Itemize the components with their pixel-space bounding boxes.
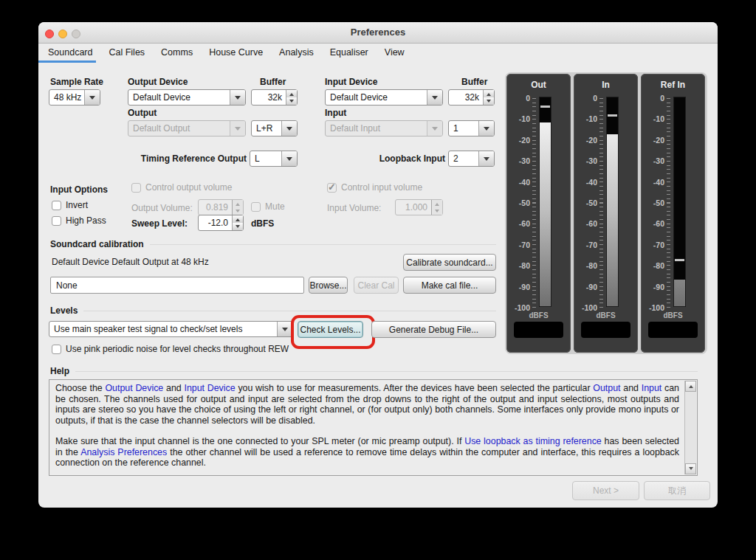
- spin-down-icon[interactable]: [233, 223, 243, 230]
- output-channel-select[interactable]: L+R: [251, 120, 298, 136]
- output-volume-label: Output Volume:: [131, 203, 193, 213]
- peak-marker: [675, 259, 684, 261]
- spin-down-icon[interactable]: [484, 97, 494, 105]
- next-button: Next >: [572, 481, 639, 500]
- timing-ref-label: Timing Reference Output: [141, 153, 247, 164]
- output-buffer-spinner[interactable]: 32k: [251, 89, 298, 106]
- meter-out: Out 0-10-20-30-40-50-60-70-80-90-100 dBF…: [506, 74, 571, 353]
- tab-house-curve[interactable]: House Curve: [201, 43, 271, 63]
- input-buffer-spinner[interactable]: 32k: [448, 89, 495, 106]
- sample-rate-label: Sample Rate: [50, 77, 103, 87]
- cancel-button: 取消: [644, 481, 710, 500]
- sample-rate-select[interactable]: 48 kHz: [49, 89, 100, 106]
- help-link[interactable]: Input: [642, 383, 662, 393]
- meter-in: In 0-10-20-30-40-50-60-70-80-90-100 dBFS: [574, 74, 638, 353]
- output-device-select[interactable]: Default Device: [128, 89, 246, 106]
- help-box: Choose the Output Device and Input Devic…: [49, 379, 698, 476]
- chevron-down-icon: [230, 121, 245, 136]
- input-volume-label: Input Volume:: [327, 203, 381, 213]
- meter-ticks: [532, 98, 536, 308]
- input-device-label: Input Device: [325, 77, 377, 87]
- scroll-up-icon[interactable]: [685, 381, 696, 392]
- pink-noise-checkbox[interactable]: Use pink periodic noise for level checks…: [52, 344, 289, 354]
- chevron-down-icon: [277, 322, 292, 336]
- spin-up-icon: [233, 200, 243, 207]
- loopback-select[interactable]: 2: [448, 151, 495, 167]
- level-meters-panel: Out 0-10-20-30-40-50-60-70-80-90-100 dBF…: [505, 72, 707, 354]
- meter-bar: [539, 97, 551, 307]
- invert-checkbox[interactable]: Invert: [52, 200, 88, 210]
- chevron-down-icon: [281, 121, 297, 136]
- level-signal-select[interactable]: Use main speaker test signal to check/se…: [49, 321, 293, 337]
- meter-readout: [648, 322, 698, 338]
- tab-equaliser[interactable]: Equaliser: [322, 43, 377, 63]
- window-title: Preferences: [38, 27, 718, 38]
- chevron-down-icon: [478, 121, 494, 136]
- checkbox-icon: [251, 202, 261, 212]
- meter-unit-label: dBFS: [641, 311, 705, 319]
- meter-readout: [514, 322, 563, 338]
- checkbox-icon[interactable]: [52, 345, 61, 354]
- meter-unit-label: dBFS: [574, 311, 638, 319]
- input-label: Input: [325, 108, 346, 118]
- mute-checkbox: Mute: [251, 201, 285, 212]
- peak-marker: [608, 114, 617, 117]
- chevron-down-icon: [281, 151, 297, 166]
- help-link[interactable]: Use loopback as timing reference: [464, 436, 602, 446]
- divider: [83, 311, 496, 311]
- chevron-down-icon: [230, 90, 245, 105]
- tab-comms[interactable]: Comms: [153, 43, 201, 63]
- levels-section-header: Levels: [50, 305, 496, 316]
- title-bar: Preferences: [38, 22, 718, 44]
- checkbox-icon[interactable]: [52, 201, 61, 210]
- input-options-label: Input Options: [50, 184, 108, 195]
- help-link[interactable]: Input Device: [184, 383, 235, 393]
- tab-soundcard[interactable]: Soundcard: [40, 43, 100, 63]
- help-link[interactable]: Output: [593, 383, 620, 393]
- generate-debug-file-button[interactable]: Generate Debug File...: [371, 321, 496, 338]
- sweep-level-label: Sweep Level:: [131, 218, 188, 229]
- input-channel-select[interactable]: 1: [448, 120, 495, 136]
- check-levels-button[interactable]: Check Levels...: [298, 321, 363, 338]
- input-device-select[interactable]: Default Device: [325, 89, 443, 106]
- meter-ticks: [667, 98, 670, 308]
- selected-tab-indicator: [38, 61, 96, 63]
- control-input-volume-checkbox: Control input volume: [327, 182, 422, 193]
- checkbox-icon: [131, 183, 141, 193]
- sweep-level-spinner[interactable]: -12.0: [198, 215, 244, 231]
- browse-button[interactable]: Browse...: [309, 277, 348, 294]
- scroll-down-icon[interactable]: [685, 463, 696, 474]
- input-volume-spinner: 1.000: [395, 199, 443, 215]
- spin-up-icon[interactable]: [286, 90, 297, 97]
- checkbox-icon[interactable]: [52, 216, 61, 226]
- output-buffer-label: Buffer: [260, 77, 286, 87]
- meter-unit-label: dBFS: [506, 311, 571, 319]
- chevron-down-icon: [84, 90, 100, 105]
- checkbox-checked-icon: [327, 183, 337, 193]
- spin-up-icon: [432, 200, 442, 207]
- output-select: Default Output: [128, 120, 246, 136]
- help-link[interactable]: Output Device: [105, 383, 163, 393]
- cal-file-field[interactable]: None: [50, 277, 304, 294]
- help-text: Choose the Output Device and Input Devic…: [55, 383, 679, 476]
- spin-up-icon[interactable]: [484, 90, 494, 97]
- help-scrollbar[interactable]: [684, 381, 696, 474]
- timing-ref-select[interactable]: L: [250, 151, 298, 167]
- tab-view[interactable]: View: [377, 43, 413, 63]
- preferences-tab-bar: Soundcard Cal Files Comms House Curve An…: [38, 43, 718, 63]
- sweep-level-unit: dBFS: [251, 218, 274, 229]
- loopback-label: Loopback Input: [379, 153, 445, 164]
- high-pass-checkbox[interactable]: High Pass: [52, 215, 106, 226]
- tab-cal-files[interactable]: Cal Files: [100, 43, 153, 63]
- input-select: Default Input: [325, 120, 443, 136]
- make-cal-file-button[interactable]: Make cal file...: [403, 277, 496, 294]
- output-device-label: Output Device: [128, 77, 188, 87]
- spin-up-icon[interactable]: [233, 215, 243, 223]
- calibrate-soundcard-button[interactable]: Calibrate soundcard...: [403, 254, 496, 271]
- peak-marker: [540, 106, 550, 108]
- preferences-window: Preferences Soundcard Cal Files Comms Ho…: [38, 22, 718, 508]
- chevron-down-icon: [427, 121, 442, 136]
- tab-analysis[interactable]: Analysis: [271, 43, 322, 63]
- help-link[interactable]: Analysis Preferences: [80, 447, 167, 457]
- spin-down-icon[interactable]: [286, 97, 297, 105]
